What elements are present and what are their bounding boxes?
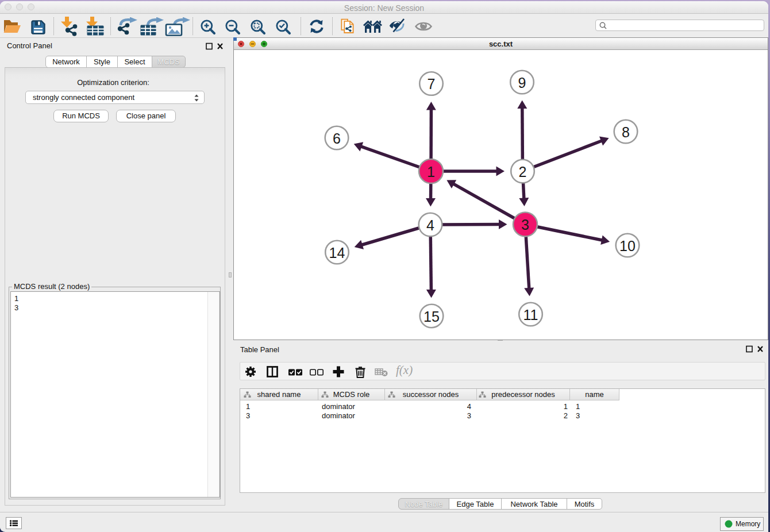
svg-text:10: 10 (619, 238, 636, 254)
svg-text:3: 3 (521, 217, 529, 233)
svg-text:11: 11 (523, 307, 538, 323)
svg-text:15: 15 (424, 309, 440, 325)
svg-text:4: 4 (426, 217, 434, 233)
svg-text:7: 7 (428, 76, 436, 92)
svg-text:14: 14 (329, 245, 345, 261)
svg-text:1: 1 (427, 164, 435, 180)
svg-text:9: 9 (518, 75, 526, 91)
svg-text:2: 2 (519, 164, 527, 180)
svg-text:8: 8 (622, 124, 630, 140)
svg-text:6: 6 (333, 130, 341, 147)
